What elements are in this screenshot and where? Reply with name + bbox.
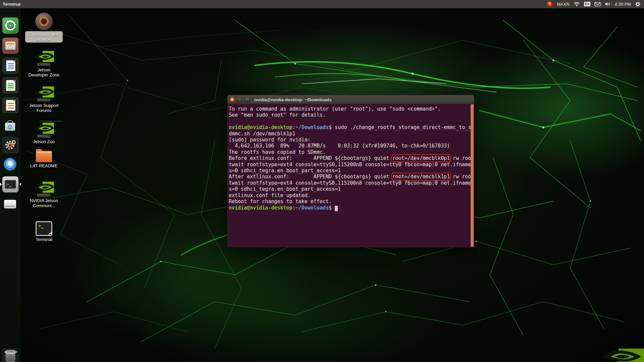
desktop-icon-nvidia-jetson-community[interactable]: NVIDIA NVIDIA Jetson Communi... [24,182,64,208]
launcher-item-calc[interactable] [2,77,18,94]
launcher-item-software[interactable] [2,117,18,133]
mail-icon[interactable] [594,2,601,6]
ubuntu-dash-icon [2,17,18,34]
libreoffice-writer-icon [2,58,18,74]
desktop-icon-label: Chromium Web Browser [25,31,63,43]
desktop-icon-jetson-developer-zone[interactable]: NVIDIA Jetson Developer Zone [24,51,64,77]
session-gear-icon[interactable] [635,1,641,7]
power-mode-indicator[interactable]: MAXN [557,2,570,7]
launcher-item-disks[interactable] [2,196,18,213]
window-minimize-button[interactable]: – [237,97,242,102]
libreoffice-impress-icon [2,97,18,113]
launcher-item-impress[interactable] [2,97,18,113]
nvidia-wordmark: NVIDIA [38,62,51,66]
launcher-item-terminal[interactable]: >_ [2,176,18,192]
desktop-icon-label: L4T-README [30,163,58,168]
clock[interactable]: 4:39 PM [615,2,631,7]
desktop-divider [39,121,62,121]
window-maximize-button[interactable]: □ [245,97,250,102]
desktop: { "top_bar": { "app_title": "Terminal", … [0,0,644,362]
disks-icon [2,196,18,212]
desktop-icon-label: NVIDIA Jetson Communi... [28,198,60,208]
nvidia-eye-icon [34,123,54,134]
nvidia-wordmark: NVIDIA [38,193,51,197]
window-close-button[interactable]: ✕ [230,97,235,102]
launcher: >_ [0,8,21,362]
desktop-icon-terminal[interactable]: >_ Terminal [24,221,64,242]
ubuntu-software-icon [2,117,18,133]
desktop-icon-chromium[interactable]: Chromium Web Browser [24,13,64,43]
terminal-window: ✕ – □ nvidia@nvidia-desktop: ~/Downloads… [227,95,474,247]
nvidia-eye-icon [34,182,54,193]
launcher-item-settings[interactable] [2,137,18,153]
keyboard-layout-indicator[interactable]: En [584,2,590,6]
alert-indicator-icon[interactable]: ! [547,1,553,7]
nvidia-eye-icon [34,51,54,62]
top-panel: Terminal ! MAXN En 4:39 PM [0,0,644,8]
nvidia-eye-icon [34,86,54,98]
window-title: nvidia@nvidia-desktop: ~/Downloads [254,97,331,102]
launcher-item-trash[interactable] [2,349,18,362]
launcher-item-chromium[interactable] [2,157,18,173]
terminal-scrollbar[interactable] [471,104,474,247]
terminal-app-icon: >_ [36,221,52,236]
window-titlebar[interactable]: ✕ – □ nvidia@nvidia-desktop: ~/Downloads [227,95,474,104]
desktop-icon-label: Jetson Zoo [33,139,55,144]
chromium-browser-icon [35,13,53,30]
desktop-icon-jetson-zoo[interactable]: NVIDIA Jetson Zoo [24,123,64,144]
nvidia-wordmark: NVIDIA [38,134,51,138]
chromium-icon [2,157,18,172]
desktop-icon-label: Terminal [36,237,52,242]
desktop-icon-label: Jetson Developer Zone [28,67,60,77]
running-indicator-arrow [0,183,2,186]
terminal-body[interactable]: To run a command as administrator (user … [227,104,474,247]
wifi-icon[interactable] [574,2,580,7]
focused-indicator-arrow [19,183,21,186]
files-icon [2,38,18,54]
system-tray: ! MAXN En 4:39 PM [547,1,644,7]
nvidia-wordmark: NVIDIA [38,98,51,102]
launcher-item-dash[interactable] [2,17,18,34]
folder-icon [36,151,52,162]
active-app-title: Terminal [3,2,20,7]
libreoffice-calc-icon [2,77,18,94]
terminal-icon: >_ [2,176,18,192]
launcher-item-writer[interactable] [2,58,18,74]
volume-icon[interactable] [605,2,611,6]
system-settings-icon [2,137,18,153]
desktop-icon-l4t-readme[interactable]: L4T-README [24,148,64,168]
trash-icon [2,349,18,362]
terminal-output[interactable]: To run a command as administrator (user … [229,106,469,211]
desktop-icon-jetson-support-forums[interactable]: NVIDIA Jetson Support Forums [24,86,64,113]
launcher-item-files[interactable] [2,38,18,54]
desktop-icon-label: Jetson Support Forums [28,103,60,113]
